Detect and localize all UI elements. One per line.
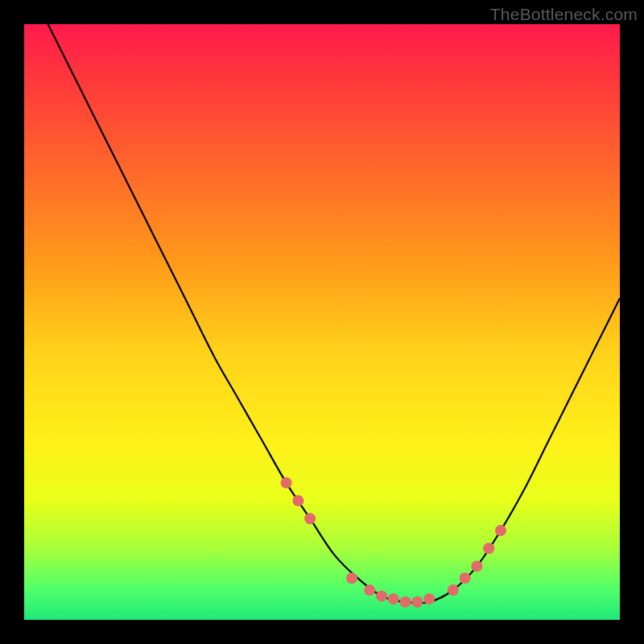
marker-dot	[483, 543, 494, 554]
marker-dot	[292, 495, 303, 506]
marker-dot	[376, 590, 387, 601]
marker-dot	[304, 513, 316, 524]
marker-dot	[460, 572, 471, 584]
marker-dot	[448, 584, 459, 596]
curve-layer	[24, 24, 620, 620]
marker-group	[281, 477, 506, 608]
plot-area	[24, 24, 620, 620]
marker-dot	[346, 572, 357, 584]
bottleneck-curve	[48, 24, 620, 603]
marker-dot	[364, 584, 375, 596]
marker-dot	[388, 593, 399, 605]
marker-dot	[281, 477, 292, 489]
marker-dot	[423, 593, 435, 605]
marker-dot	[495, 525, 506, 536]
chart-stage: TheBottleneck.com	[0, 0, 644, 644]
marker-dot	[411, 597, 423, 608]
marker-dot	[400, 597, 411, 608]
watermark-text: TheBottleneck.com	[490, 5, 638, 24]
marker-dot	[471, 560, 482, 572]
